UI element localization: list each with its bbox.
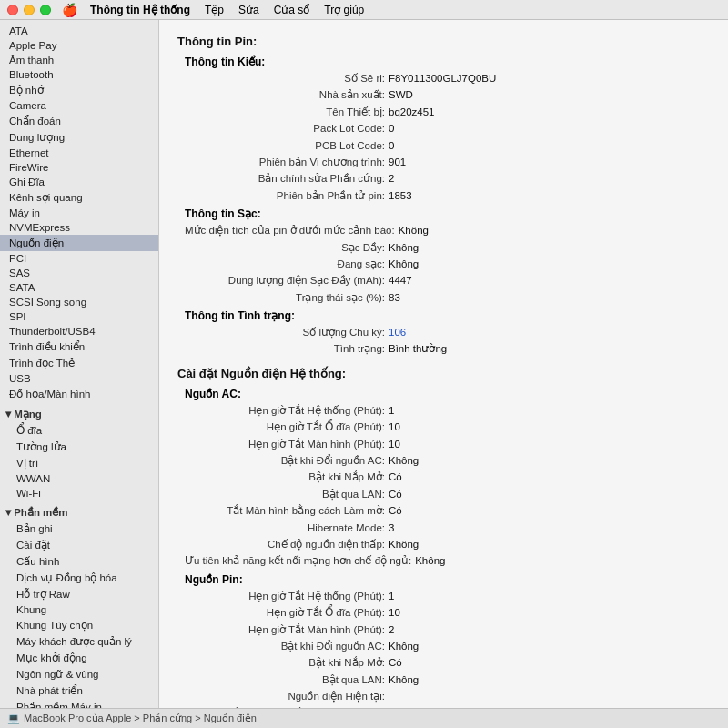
info-row: Dung lượng điện Sạc Đầy (mAh):4447 [185,272,710,288]
titlebar: 🍎 Thông tin Hệ thống Tệp Sửa Cửa sổ Trợ … [0,0,728,20]
sidebar-item-21[interactable]: Trình điều khiển [0,339,158,355]
sidebar-item-15[interactable]: PCI [0,251,158,266]
menu-edit[interactable]: Sửa [238,4,259,16]
minimize-button[interactable] [24,5,35,15]
sidebar-item-7[interactable]: Dung lượng [0,129,158,146]
info-row: Bật khi Đổi nguồn AC:Không [185,452,710,469]
sidebar-item-32[interactable]: Bản ghi [0,521,158,537]
info-row: Bật khi Đổi nguồn AC:Không [185,638,710,654]
info-value: 10 [389,604,400,621]
sidebar-item-28[interactable]: Vị trí [0,455,158,471]
info-label: Dung lượng điện Sạc Đầy (mAh): [185,272,385,288]
sidebar-item-14[interactable]: Nguồn điện [0,235,158,251]
info-row: Tình trạng:Bình thường [185,340,710,357]
info-row: Số Sê ri:F8Y011300GLJ7Q0BU [185,70,710,86]
sidebar-item-38[interactable]: Khung Tùy chọn [0,617,158,633]
info-row: Tắt Màn hình bằng cách Làm mờ:Có [185,502,710,519]
info-label: Hẹn giờ Tắt Ổ đĩa (Phút): [185,604,385,621]
sidebar-item-4[interactable]: Bộ nhớ [0,82,158,98]
sidebar-item-18[interactable]: SCSI Song song [0,295,158,309]
info-value: SWD [389,86,413,103]
sidebar-item-22[interactable]: Trình đọc Thẻ [0,355,158,371]
sidebar-item-42[interactable]: Nhà phát triển [0,682,158,699]
sidebar-item-27[interactable]: Tường lửa [0,439,158,455]
info-label: Bật khi Nắp Mở: [185,654,385,671]
info-value: 2 [389,622,394,638]
menu-file[interactable]: Tệp [205,4,224,16]
sidebar-item-20[interactable]: Thunderbolt/USB4 [0,324,158,339]
statusbar-icon: 💻 [7,713,20,724]
info-row: Hibernate Mode:3 [185,520,710,536]
close-button[interactable] [7,5,18,15]
sidebar-item-25[interactable]: ▾ Mạng [0,406,158,422]
sidebar-item-13[interactable]: NVMExpress [0,220,158,235]
sidebar-item-9[interactable]: FireWire [0,160,158,175]
info-label: Tên Thiết bị: [185,104,385,120]
sidebar-item-6[interactable]: Chẩn đoán [0,113,158,129]
info-table: Hẹn giờ Tắt Hệ thống (Phút):1Hẹn giờ Tắt… [185,588,710,708]
info-label: Hẹn giờ Tắt Ổ đĩa (Phút): [185,419,385,435]
menu-window[interactable]: Cửa sổ [274,4,310,16]
sidebar-item-41[interactable]: Ngôn ngữ & vùng [0,666,158,682]
statusbar: 💻 MacBook Pro của Apple > Phần cứng > Ng… [0,708,728,728]
sidebar-item-0[interactable]: ATA [0,24,158,38]
info-row: Hẹn giờ Tắt Hệ thống (Phút):1 [185,588,710,604]
sidebar-item-43[interactable]: Phần mềm Máy in [0,699,158,708]
info-label: Tắt Màn hình bằng cách Làm mờ: [185,502,385,519]
sidebar-item-40[interactable]: Mục khởi động [0,650,158,666]
info-value: F8Y011300GLJ7Q0BU [389,70,496,86]
sidebar-item-23[interactable]: USB [0,371,158,386]
sidebar-item-35[interactable]: Dịch vụ Đồng bộ hóa [0,570,158,586]
info-value: 4447 [389,272,412,288]
info-label: Số Sê ri: [185,70,385,86]
sidebar-item-5[interactable]: Camera [0,98,158,113]
menu-help[interactable]: Trợ giúp [324,4,364,16]
sidebar-item-24[interactable]: Đồ họa/Màn hình [0,386,158,402]
sidebar-item-26[interactable]: Ổ đĩa [0,422,158,439]
main-content: Thông tin Pin:Thông tin Kiểu:Số Sê ri:F8… [159,20,728,708]
info-value: Không [389,239,419,256]
info-row: Sạc Đầy:Không [185,239,710,256]
info-value: 0 [389,120,394,136]
menu-bar: Thông tin Hệ thống Tệp Sửa Cửa sổ Trợ gi… [90,4,364,16]
info-label: Chế độ nguồn điện thấp: [185,536,385,552]
sidebar-item-16[interactable]: SAS [0,266,158,280]
sidebar-item-12[interactable]: Máy in [0,206,158,220]
info-label: Hẹn giờ Tắt Hệ thống (Phút): [185,588,385,604]
info-value: 83 [389,289,400,306]
menu-system-info[interactable]: Thông tin Hệ thống [90,4,190,16]
sidebar-item-31[interactable]: ▾ Phần mềm [0,504,158,521]
info-row: Hẹn giờ Tắt Màn hình (Phút):2 [185,622,710,638]
info-value: Có [389,654,402,671]
apple-menu[interactable]: 🍎 [62,3,77,17]
sidebar-item-19[interactable]: SPI [0,309,158,324]
sidebar-item-39[interactable]: Máy khách được quản lý [0,633,158,650]
sidebar-item-2[interactable]: Âm thanh [0,53,158,67]
sidebar-item-33[interactable]: Cài đặt [0,537,158,553]
sidebar-item-8[interactable]: Ethernet [0,146,158,160]
info-value: 3 [389,520,394,536]
sidebar-item-29[interactable]: WWAN [0,471,158,486]
info-value: Không [389,672,419,688]
info-label: Mức điện tích của pin ở dưới mức cảnh bá… [185,222,395,238]
info-table: Mức điện tích của pin ở dưới mức cảnh bá… [185,222,710,306]
sidebar-item-1[interactable]: Apple Pay [0,38,158,53]
sidebar-item-34[interactable]: Cấu hình [0,553,158,570]
info-row: Nguồn điện Hiện tại: [185,688,710,704]
info-label: Pack Lot Code: [185,120,385,136]
sidebar-item-37[interactable]: Khung [0,602,158,617]
info-label: Tình trạng: [185,340,385,357]
sidebar-item-3[interactable]: Bluetooth [0,67,158,82]
info-value: bq20z451 [389,104,435,120]
info-value: 1 [389,402,394,419]
info-value: 10 [389,419,400,435]
sidebar-item-17[interactable]: SATA [0,280,158,295]
info-value: Bình thường [389,340,447,357]
sidebar-item-36[interactable]: Hỗ trợ Raw [0,586,158,602]
maximize-button[interactable] [40,5,51,15]
sidebar-item-30[interactable]: Wi-Fi [0,486,158,500]
info-row: Phiên bản Vi chương trình:901 [185,154,710,170]
info-value: 2 [389,170,394,187]
sidebar-item-10[interactable]: Ghi Đĩa [0,175,158,189]
sidebar-item-11[interactable]: Kênh sợi quang [0,189,158,206]
